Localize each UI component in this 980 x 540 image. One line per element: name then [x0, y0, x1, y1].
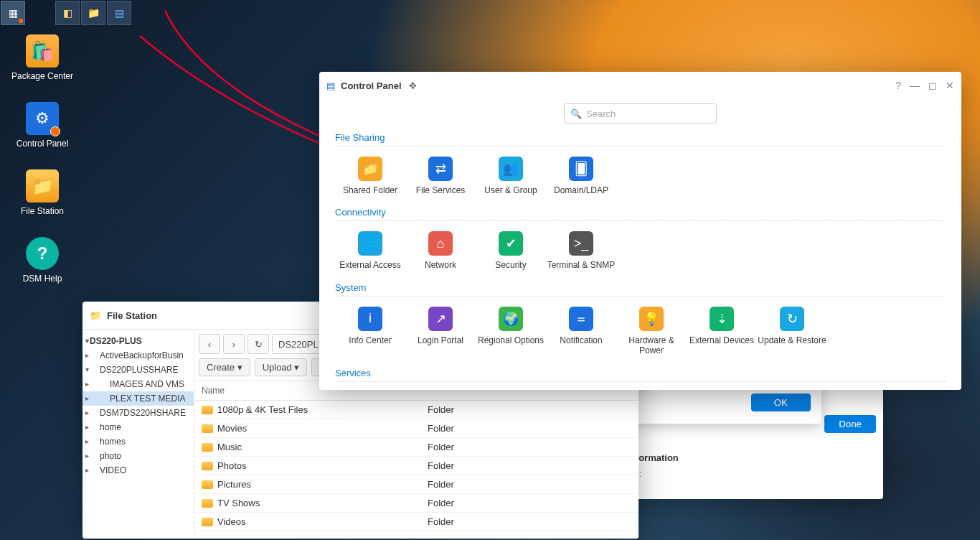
- taskbar-app-1[interactable]: ◧: [55, 1, 80, 25]
- cp-item-external-access[interactable]: 🌐External Access: [335, 224, 405, 277]
- cp-item-label: Regional Options: [478, 335, 544, 345]
- help-button[interactable]: ?: [895, 80, 901, 91]
- chevron-down-icon: ▾: [237, 362, 242, 373]
- window-title: File Station: [107, 310, 157, 321]
- cp-item-user-group[interactable]: 👥User & Group: [476, 149, 546, 202]
- tree-node[interactable]: ▸photo: [83, 449, 194, 463]
- upload-button[interactable]: Upload ▾: [255, 358, 308, 376]
- folder-icon: [202, 499, 213, 508]
- file-row[interactable]: PicturesFolder: [194, 475, 639, 494]
- folder-icon: [202, 462, 213, 470]
- tree-node[interactable]: ▸VIDEO: [83, 463, 194, 478]
- folder-icon: [202, 518, 213, 526]
- search-input[interactable]: 🔍 Search: [564, 103, 717, 124]
- icon-label: DSM Help: [23, 274, 62, 284]
- desktop-icon-file-station[interactable]: 📁 File Station: [10, 169, 75, 216]
- folder-icon: 📁: [90, 310, 101, 321]
- cp-item-security[interactable]: ✔Security: [476, 224, 546, 277]
- cp-item-icon: 👥: [499, 157, 523, 181]
- maximize-button[interactable]: ◻: [928, 80, 937, 91]
- cp-item-shared-folder[interactable]: 📁Shared Folder: [335, 149, 405, 202]
- section-services: Services: [335, 368, 946, 382]
- tree-node[interactable]: ▸ActiveBackupforBusin: [83, 348, 194, 363]
- desktop-icon-package-center[interactable]: 🛍️ Package Center: [10, 34, 75, 81]
- tree-node[interactable]: ▾DS220PLUSSHARE: [83, 363, 194, 377]
- folder-icon: 📁: [32, 176, 53, 196]
- cp-item-login-portal[interactable]: ↗Login Portal: [405, 299, 476, 363]
- folder-icon: [202, 424, 213, 433]
- cp-item-label: External Access: [339, 260, 400, 270]
- desktop: ▦ ◧ 📁 ▤ 🛍️ Package Center ⚙ Control Pane…: [0, 0, 980, 540]
- file-row[interactable]: TV ShowsFolder: [194, 494, 639, 513]
- cp-item-label: Hardware & Power: [616, 335, 687, 356]
- icon-label: File Station: [21, 206, 64, 216]
- cp-item-label: Login Portal: [418, 335, 463, 345]
- cp-item-icon: ＝: [569, 307, 593, 331]
- cp-item-label: Notification: [560, 335, 602, 345]
- tree-node[interactable]: ▸DSM7DS220HSHARE: [83, 406, 194, 420]
- tree-node[interactable]: ▸home: [83, 420, 194, 434]
- icon-label: Package Center: [11, 71, 73, 81]
- cp-item-icon: ⇄: [428, 157, 453, 181]
- cp-item-external-devices[interactable]: ⇣External Devices: [687, 299, 757, 363]
- desktop-icon-dsm-help[interactable]: ? DSM Help: [10, 237, 75, 284]
- cp-item-hardware-power[interactable]: 💡Hardware & Power: [616, 299, 687, 363]
- done-button[interactable]: Done: [824, 415, 876, 433]
- cp-item-label: Network: [425, 260, 456, 270]
- control-panel-window: ▤ Control Panel ✥ ? — ◻ ✕ 🔍 Search File …: [319, 72, 961, 390]
- create-button[interactable]: Create ▾: [199, 358, 250, 376]
- tree-root[interactable]: ▾DS220-PLUS: [83, 334, 194, 348]
- cp-item-icon: ↻: [780, 307, 804, 331]
- cp-item-label: Shared Folder: [343, 185, 397, 195]
- folder-icon: [202, 480, 213, 489]
- file-row[interactable]: MoviesFolder: [194, 419, 639, 438]
- cp-item-notification[interactable]: ＝Notification: [546, 299, 616, 363]
- panel-icon: ▤: [326, 80, 335, 91]
- file-row[interactable]: VideosFolder: [194, 513, 639, 531]
- cp-item-icon: 💡: [639, 307, 664, 331]
- cp-item-domain-ldap[interactable]: 🂠Domain/LDAP: [546, 149, 616, 202]
- taskbar-app-2[interactable]: 📁: [81, 1, 105, 25]
- minimize-button[interactable]: —: [910, 80, 920, 91]
- search-icon: 🔍: [570, 108, 582, 119]
- folder-icon: 📁: [88, 7, 100, 19]
- cp-item-label: Terminal & SNMP: [547, 260, 616, 270]
- taskbar-main-menu[interactable]: ▦: [1, 1, 25, 25]
- app-icon: ◧: [63, 7, 72, 19]
- nav-refresh-button[interactable]: ↻: [248, 334, 269, 354]
- cp-item-update-restore[interactable]: ↻Update & Restore: [757, 299, 827, 363]
- file-tree: ▾DS220-PLUS ▸ActiveBackupforBusin▾DS220P…: [83, 330, 194, 539]
- cp-item-icon: ⇣: [710, 307, 734, 331]
- taskbar-app-3[interactable]: ▤: [107, 1, 131, 25]
- chevron-down-icon: ▾: [294, 362, 299, 373]
- icon-label: Control Panel: [17, 139, 69, 149]
- file-row[interactable]: PhotosFolder: [194, 457, 639, 475]
- cp-item-file-services[interactable]: ⇄File Services: [405, 149, 476, 202]
- nav-forward-button[interactable]: ›: [223, 334, 245, 354]
- cp-item-info-center[interactable]: iInfo Center: [335, 299, 405, 363]
- ok-button[interactable]: OK: [751, 394, 811, 411]
- cp-item-terminal-snmp[interactable]: >_Terminal & SNMP: [546, 224, 616, 277]
- file-row[interactable]: MusicFolder: [194, 438, 639, 457]
- cp-item-label: File Services: [416, 185, 466, 195]
- panel-icon: ▤: [115, 7, 124, 19]
- cp-item-regional-options[interactable]: 🌍Regional Options: [476, 299, 546, 363]
- control-panel-titlebar[interactable]: ▤ Control Panel ✥ ? — ◻ ✕: [319, 72, 961, 99]
- cp-item-icon: 🌐: [358, 231, 382, 256]
- tree-node[interactable]: ▸homes: [83, 434, 194, 449]
- cp-item-network[interactable]: ⌂Network: [405, 224, 476, 277]
- cp-item-label: Info Center: [349, 335, 391, 345]
- tree-node[interactable]: ▸IMAGES AND VMS: [83, 377, 194, 391]
- cp-item-icon: i: [358, 307, 382, 331]
- cp-item-label: Domain/LDAP: [554, 185, 608, 195]
- tree-node[interactable]: ▸PLEX TEST MEDIA: [83, 391, 194, 406]
- cp-item-label: Security: [495, 260, 526, 270]
- file-row[interactable]: 1080p & 4K Test FilesFolder: [194, 401, 639, 419]
- taskbar: ▦ ◧ 📁 ▤: [0, 0, 132, 23]
- grid-icon: ▦: [9, 7, 18, 19]
- close-button[interactable]: ✕: [946, 80, 954, 91]
- nav-back-button[interactable]: ‹: [199, 334, 220, 354]
- section-connectivity: Connectivity: [335, 207, 946, 221]
- desktop-icon-control-panel[interactable]: ⚙ Control Panel: [10, 102, 75, 149]
- move-cursor-icon: ✥: [409, 80, 417, 91]
